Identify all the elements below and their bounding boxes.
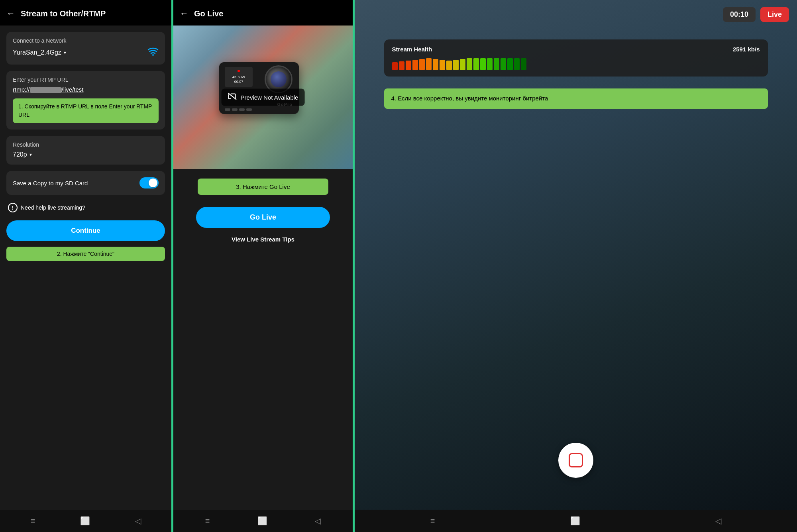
stream-health-card: Stream Health 2591 kb/s <box>384 39 768 77</box>
gopro-btn-1 <box>225 108 230 111</box>
golive-button[interactable]: Go Live <box>196 207 330 228</box>
panel-stream-rtmp: ← Stream to Other/RTMP Connect to a Netw… <box>0 0 171 532</box>
sdcard-label: Save a Copy to my SD Card <box>13 180 88 186</box>
panel1-header: ← Stream to Other/RTMP <box>0 0 171 26</box>
network-label: Connect to a Network <box>13 37 159 44</box>
resolution-value[interactable]: 720p ▾ <box>13 151 159 158</box>
nav-back-icon-p1[interactable]: ◁ <box>135 516 141 526</box>
panel2-body: 3. Нажмите Go Live Go Live View Live Str… <box>173 169 353 510</box>
step4-hint: 4. Если все корректно, вы увидите монито… <box>384 88 768 109</box>
bitrate-bar <box>406 61 411 70</box>
panel3-body: Stream Health 2591 kb/s 4. Если все корр… <box>355 27 797 510</box>
gopro-btn-4 <box>246 108 252 111</box>
panel2-header: ← Go Live <box>173 0 353 26</box>
nav-menu-icon-p1[interactable]: ≡ <box>30 516 35 526</box>
nav-menu-icon-p2[interactable]: ≡ <box>205 516 210 526</box>
sdcard-row[interactable]: Save a Copy to my SD Card <box>6 171 165 195</box>
bitrate-bar <box>514 58 520 70</box>
gopro-lens-inner <box>271 71 287 87</box>
rtmp-prefix: rtmp:// <box>13 86 30 93</box>
network-name[interactable]: YuraSan_2.4Ggz ▾ <box>13 49 66 56</box>
bitrate-bar <box>501 58 506 70</box>
stop-icon <box>569 453 583 467</box>
stream-health-label: Stream Health <box>392 46 432 53</box>
bitrate-bar <box>426 58 432 70</box>
bitrate-bar <box>412 60 418 70</box>
rtmp-url-value[interactable]: rtmp:// /live/test <box>13 86 159 93</box>
nav-home-icon-p1[interactable]: ⬜ <box>80 516 90 526</box>
bitrate-bar <box>494 58 499 70</box>
help-row: ! Need help live streaming? <box>6 203 165 212</box>
preview-not-available-overlay: Preview Not Available <box>222 89 305 106</box>
panel2-title: Go Live <box>194 9 223 18</box>
nav-menu-icon-p3[interactable]: ≡ <box>430 516 435 526</box>
nav-back-icon-p3[interactable]: ◁ <box>715 516 721 526</box>
panel3-bottom-nav: ≡ ⬜ ◁ <box>355 510 797 532</box>
rec-dot <box>238 70 240 72</box>
bitrate-bar <box>473 58 479 70</box>
panel1-body: Connect to a Network YuraSan_2.4Ggz ▾ <box>0 26 171 510</box>
step3-hint: 3. Нажмите Go Live <box>198 179 328 195</box>
stream-timer: 00:10 <box>723 7 756 22</box>
bitrate-bars <box>392 57 760 70</box>
nav-back-icon-p2[interactable]: ◁ <box>315 516 321 526</box>
stream-health-value: 2591 kb/s <box>733 46 760 53</box>
gopro-buttons <box>225 108 252 111</box>
resolution-chevron-icon: ▾ <box>29 152 32 157</box>
resolution-text: 720p <box>13 151 27 158</box>
bitrate-bar <box>460 59 465 70</box>
stream-health-header: Stream Health 2591 kb/s <box>392 46 760 53</box>
bitrate-bar <box>487 58 493 70</box>
no-preview-icon <box>228 93 237 102</box>
network-name-text: YuraSan_2.4Ggz <box>13 49 61 56</box>
view-tips-link[interactable]: View Live Stream Tips <box>232 236 294 243</box>
bitrate-bar <box>521 58 526 70</box>
wifi-icon <box>147 47 159 58</box>
rtmp-masked <box>30 87 62 93</box>
rtmp-label: Enter your RTMP URL <box>13 77 159 83</box>
network-row[interactable]: YuraSan_2.4Ggz ▾ <box>13 47 159 58</box>
rtmp-suffix: /live/test <box>62 86 84 93</box>
gopro-body: 4K 60W00:07 GoPro <box>219 62 299 114</box>
panel3-header: 00:10 Live <box>355 0 797 27</box>
nav-home-icon-p3[interactable]: ⬜ <box>570 516 580 526</box>
camera-preview: 4K 60W00:07 GoPro <box>173 26 353 169</box>
gopro-btn-3 <box>239 108 245 111</box>
bitrate-bar <box>446 61 452 70</box>
gopro-screen: 4K 60W00:07 <box>225 67 253 87</box>
resolution-label: Resolution <box>13 141 159 148</box>
rtmp-hint: 1. Скопируйте в RTMP URL в поле Enter yo… <box>13 98 159 123</box>
bitrate-bar <box>507 58 513 70</box>
bitrate-bar <box>419 59 425 70</box>
bitrate-bar <box>480 58 486 70</box>
gopro-btn-2 <box>232 108 238 111</box>
bitrate-bar <box>453 60 459 70</box>
nav-home-icon-p2[interactable]: ⬜ <box>257 516 267 526</box>
back-button-panel2[interactable]: ← <box>180 8 188 19</box>
bitrate-bar <box>433 59 438 70</box>
panel2-bottom-nav: ≡ ⬜ ◁ <box>173 510 353 532</box>
live-badge: Live <box>760 7 789 22</box>
panel-go-live: ← Go Live 4K 60W00:07 GoPro <box>173 0 353 532</box>
network-section: Connect to a Network YuraSan_2.4Ggz ▾ <box>6 32 165 65</box>
toggle-knob <box>149 179 157 187</box>
help-text[interactable]: Need help live streaming? <box>21 204 85 211</box>
panel-streaming-monitor: 00:10 Live Stream Health 2591 kb/s 4. Ес… <box>355 0 797 532</box>
back-button-panel1[interactable]: ← <box>6 8 15 19</box>
step2-hint: 2. Нажмите "Continue" <box>6 247 165 261</box>
preview-not-available-text: Preview Not Available <box>241 94 298 101</box>
rtmp-section: Enter your RTMP URL rtmp:// /live/test 1… <box>6 71 165 130</box>
continue-button[interactable]: Continue <box>6 220 165 241</box>
bitrate-bar <box>440 60 445 70</box>
chevron-down-icon: ▾ <box>64 50 66 55</box>
gopro-screen-text: 4K 60W00:07 <box>232 69 245 84</box>
bitrate-bar <box>399 61 404 70</box>
resolution-section: Resolution 720p ▾ <box>6 136 165 165</box>
sdcard-toggle[interactable] <box>139 177 159 188</box>
panel1-title: Stream to Other/RTMP <box>21 9 106 18</box>
bitrate-bar <box>467 58 472 70</box>
help-icon: ! <box>8 203 18 212</box>
svg-point-0 <box>152 54 154 56</box>
bitrate-bar <box>392 62 398 70</box>
stop-button[interactable] <box>558 443 593 478</box>
